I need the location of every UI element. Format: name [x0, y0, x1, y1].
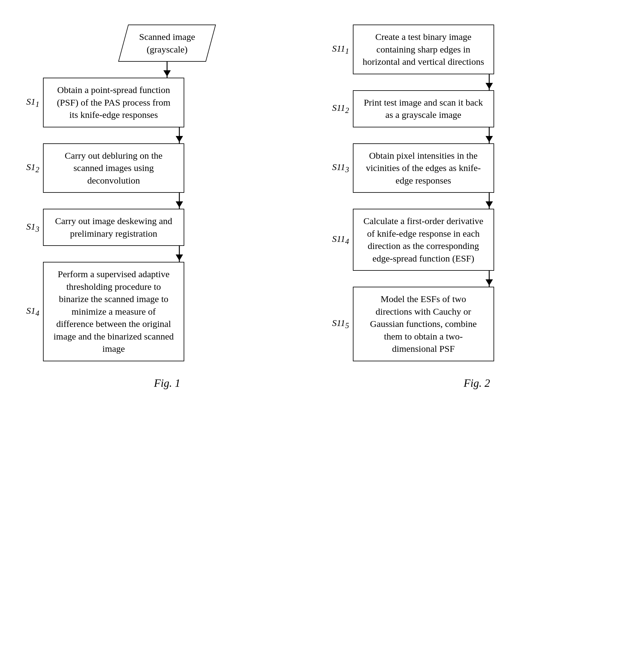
fig1-label: Fig. 1 [154, 377, 180, 390]
step-box-s11: Obtain a point-spread function (PSF) of … [43, 78, 184, 127]
start-parallelogram: Scanned image(grayscale) [118, 25, 216, 62]
arrow-s11-s12 [31, 127, 328, 143]
step-row-s13: S13 Carry out image deskewing and prelim… [18, 209, 316, 246]
step-label-s115: S115 [328, 318, 353, 330]
step-row-s11: S11 Obtain a point-spread function (PSF)… [18, 78, 316, 127]
start-node: Scanned image(grayscale) [123, 25, 211, 62]
step-box-s113: Obtain pixel intensities in the viciniti… [353, 143, 494, 193]
arrow-start-s11 [18, 62, 316, 78]
step-label-s112: S112 [328, 102, 353, 115]
step-label-s113: S113 [328, 162, 353, 174]
step-row-s115: S115 Model the ESFs of two directions wi… [328, 287, 626, 361]
step-row-s114: S114 Calculate a first-order derivative … [328, 209, 626, 271]
step-label-s11: S11 [18, 96, 43, 109]
step-label-s111: S111 [328, 43, 353, 55]
step-row-s12: S12 Carry out debluring on the scanned i… [18, 143, 316, 193]
arrow-s114-s115 [341, 271, 638, 287]
arrow-s12-s13 [31, 193, 328, 209]
fig2-diagram: S111 Create a test binary image containi… [328, 25, 626, 390]
step-box-s111: Create a test binary image containing sh… [353, 25, 494, 74]
fig1-diagram: Scanned image(grayscale) S11 Obtain a po… [18, 25, 316, 390]
step-box-s112: Print test image and scan it back as a g… [353, 90, 494, 127]
step-label-s14: S14 [18, 305, 43, 318]
step-label-s13: S13 [18, 221, 43, 234]
arrow-s111-s112 [341, 74, 638, 90]
arrow-s13-s14 [31, 246, 328, 262]
fig2-label: Fig. 2 [464, 377, 490, 390]
step-row-s111: S111 Create a test binary image containi… [328, 25, 626, 74]
step-box-s12: Carry out debluring on the scanned image… [43, 143, 184, 193]
arrow-s113-s114 [341, 193, 638, 209]
step-label-s12: S12 [18, 162, 43, 174]
step-box-s13: Carry out image deskewing and preliminar… [43, 209, 184, 246]
step-box-s14: Perform a supervised adaptive thresholdi… [43, 262, 184, 361]
step-label-s114: S114 [328, 234, 353, 246]
step-box-s114: Calculate a first-order derivative of kn… [353, 209, 494, 271]
step-box-s115: Model the ESFs of two directions with Ca… [353, 287, 494, 361]
step-row-s113: S113 Obtain pixel intensities in the vic… [328, 143, 626, 193]
step-row-s112: S112 Print test image and scan it back a… [328, 90, 626, 127]
arrow-s112-s113 [341, 127, 638, 143]
step-row-s14: S14 Perform a supervised adaptive thresh… [18, 262, 316, 361]
